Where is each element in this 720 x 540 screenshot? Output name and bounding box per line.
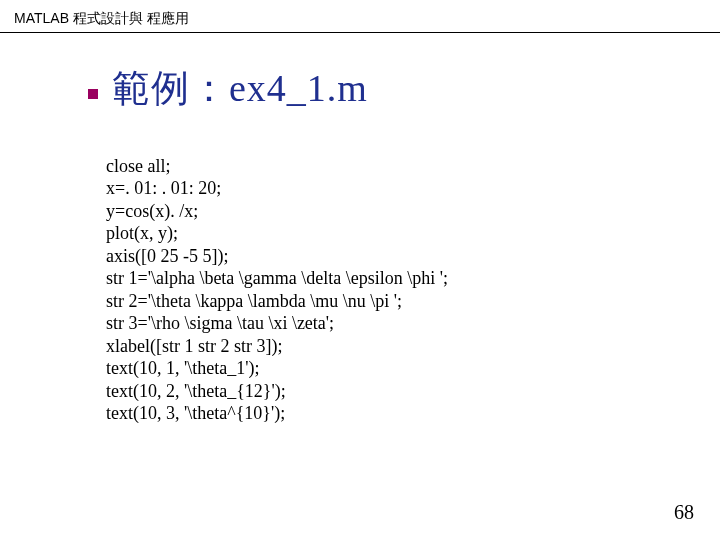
code-block: close all; x=. 01: . 01: 20; y=cos(x). /… [106,132,720,425]
title-bullet-icon [88,89,98,99]
page-number: 68 [674,501,694,524]
code-line: text(10, 2, '\theta_{12}'); [106,381,286,401]
code-line: text(10, 3, '\theta^{10}'); [106,403,285,423]
code-line: str 1='\alpha \beta \gamma \delta \epsil… [106,268,448,288]
title-row: 範例：ex4_1.m [88,63,720,114]
code-line: str 3='\rho \sigma \tau \xi \zeta'; [106,313,334,333]
code-line: x=. 01: . 01: 20; [106,178,221,198]
code-line: text(10, 1, '\theta_1'); [106,358,259,378]
code-line: close all; [106,156,170,176]
code-line: axis([0 25 -5 5]); [106,246,228,266]
code-line: plot(x, y); [106,223,178,243]
code-line: str 2='\theta \kappa \lambda \mu \nu \pi… [106,291,402,311]
slide-title: 範例：ex4_1.m [112,63,368,114]
code-line: xlabel([str 1 str 2 str 3]); [106,336,282,356]
page-header: MATLAB 程式設計與 程應用 [0,0,720,33]
code-line: y=cos(x). /x; [106,201,198,221]
